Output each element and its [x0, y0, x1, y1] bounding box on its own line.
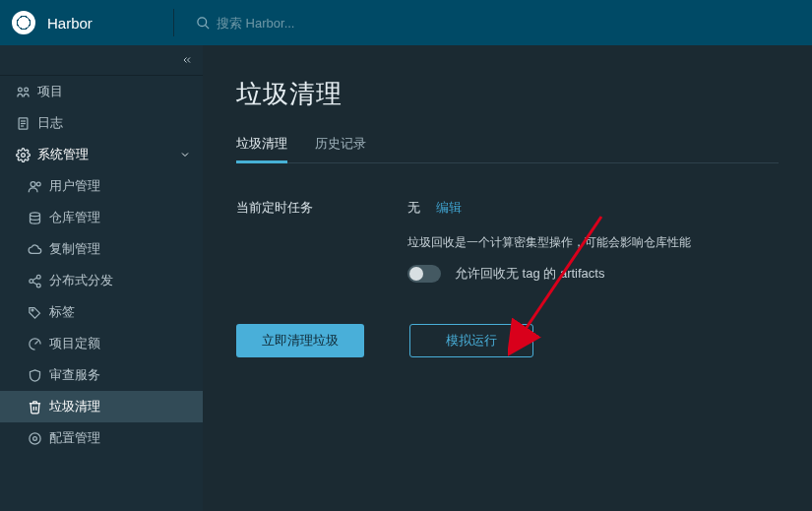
settings-icon — [28, 431, 49, 446]
database-icon — [28, 211, 49, 225]
sidebar-item-replication[interactable]: 复制管理 — [0, 233, 203, 265]
sidebar-item-label: 项目定额 — [49, 335, 100, 352]
button-label: 立即清理垃圾 — [262, 332, 339, 350]
search-wrap — [174, 16, 413, 31]
edit-link[interactable]: 编辑 — [436, 199, 462, 217]
gear-icon — [16, 148, 37, 162]
schedule-label: 当前定时任务 — [236, 199, 407, 217]
svg-point-9 — [31, 181, 35, 186]
sidebar: 项目 日志 系统管理 用户管理 仓库管理 复制管理 分布式分发 标签 — [0, 45, 203, 511]
gc-panel: 当前定时任务 无 编辑 垃圾回收是一个计算密集型操作，可能会影响仓库性能 允许回… — [236, 163, 779, 357]
speedometer-icon — [28, 337, 49, 351]
toggle-label: 允许回收无 tag 的 artifacts — [455, 265, 604, 283]
shield-icon — [28, 368, 49, 383]
sidebar-item-label: 标签 — [49, 303, 75, 321]
svg-line-16 — [32, 282, 36, 285]
untagged-toggle[interactable] — [407, 265, 441, 283]
tab-history[interactable]: 历史记录 — [315, 129, 366, 162]
svg-point-8 — [22, 153, 26, 157]
harbor-logo-icon — [12, 11, 35, 34]
svg-line-1 — [205, 25, 209, 29]
dry-run-button[interactable]: 模拟运行 — [409, 324, 533, 357]
svg-point-11 — [31, 212, 40, 216]
svg-point-17 — [31, 309, 33, 311]
sidebar-item-config[interactable]: 配置管理 — [0, 422, 203, 454]
sidebar-item-label: 日志 — [37, 114, 63, 132]
sidebar-collapse-button[interactable] — [0, 45, 203, 76]
sidebar-item-label: 复制管理 — [49, 240, 100, 258]
svg-point-19 — [33, 436, 37, 440]
brand: Harbor — [0, 11, 173, 34]
sidebar-item-label: 仓库管理 — [49, 209, 100, 226]
sidebar-item-label: 配置管理 — [49, 429, 100, 447]
svg-point-14 — [36, 284, 40, 287]
sidebar-item-interrogation[interactable]: 审查服务 — [0, 359, 203, 391]
cloud-icon — [28, 242, 49, 257]
schedule-value: 无 — [407, 199, 420, 217]
toggle-knob — [409, 267, 423, 281]
header: Harbor — [0, 0, 812, 45]
svg-line-18 — [35, 341, 38, 344]
svg-point-13 — [30, 279, 33, 283]
tab-label: 历史记录 — [315, 136, 366, 151]
sidebar-item-label: 分布式分发 — [49, 272, 113, 289]
main-content: 垃圾清理 垃圾清理 历史记录 当前定时任务 无 编辑 垃圾回收是一个计算密集型操… — [203, 45, 812, 511]
tab-label: 垃圾清理 — [236, 136, 287, 151]
tag-icon — [28, 305, 49, 320]
svg-point-10 — [36, 182, 40, 186]
search-input[interactable] — [217, 16, 413, 31]
sidebar-item-sysadmin[interactable]: 系统管理 — [0, 139, 203, 170]
sidebar-item-quotas[interactable]: 项目定额 — [0, 328, 203, 359]
tab-gc[interactable]: 垃圾清理 — [236, 129, 287, 163]
svg-line-15 — [32, 278, 36, 281]
sidebar-item-users[interactable]: 用户管理 — [0, 170, 203, 202]
search-icon — [196, 16, 211, 31]
sidebar-item-label: 审查服务 — [49, 366, 100, 384]
svg-point-2 — [19, 88, 23, 92]
gc-note: 垃圾回收是一个计算密集型操作，可能会影响仓库性能 — [407, 234, 779, 251]
logs-icon — [16, 116, 37, 131]
sidebar-item-label: 用户管理 — [49, 177, 100, 195]
gc-now-button[interactable]: 立即清理垃圾 — [236, 324, 364, 357]
sidebar-item-label: 系统管理 — [37, 146, 89, 163]
svg-point-12 — [36, 275, 40, 279]
svg-point-20 — [30, 432, 40, 443]
button-label: 模拟运行 — [446, 332, 497, 350]
share-icon — [28, 274, 49, 288]
page-title: 垃圾清理 — [236, 77, 779, 111]
collapse-icon — [179, 54, 195, 66]
chevron-down-icon — [179, 149, 191, 160]
sidebar-item-labels[interactable]: 标签 — [0, 296, 203, 328]
sidebar-item-gc[interactable]: 垃圾清理 — [0, 391, 203, 422]
sidebar-item-logs[interactable]: 日志 — [0, 107, 203, 139]
brand-name: Harbor — [47, 15, 93, 32]
sidebar-item-label: 项目 — [37, 83, 63, 100]
sidebar-item-registries[interactable]: 仓库管理 — [0, 202, 203, 233]
svg-point-0 — [198, 17, 207, 26]
sidebar-item-projects[interactable]: 项目 — [0, 76, 203, 107]
svg-point-3 — [25, 88, 29, 92]
users-icon — [28, 179, 49, 194]
sidebar-item-label: 垃圾清理 — [49, 398, 100, 415]
trash-icon — [28, 400, 49, 415]
sidebar-item-distribution[interactable]: 分布式分发 — [0, 265, 203, 296]
tab-bar: 垃圾清理 历史记录 — [236, 129, 779, 163]
projects-icon — [16, 85, 37, 99]
